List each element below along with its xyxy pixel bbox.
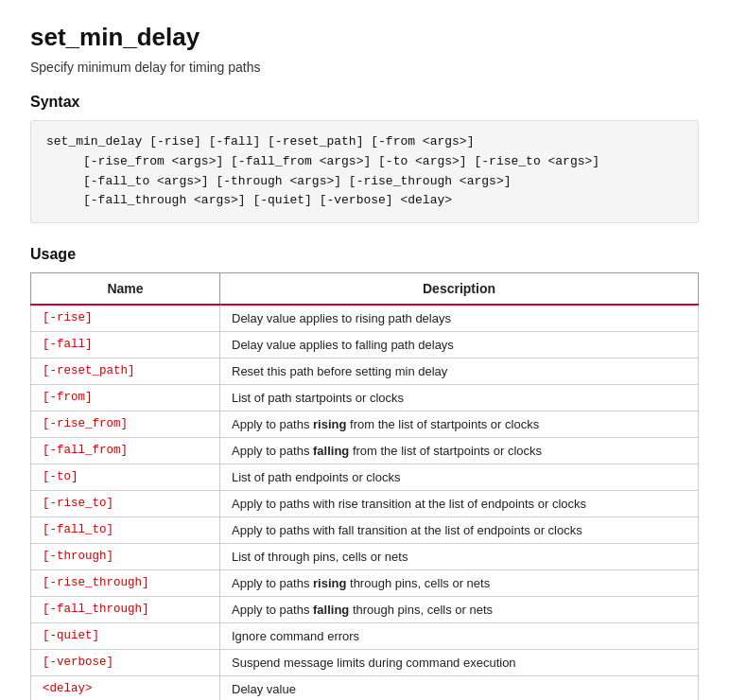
table-cell-desc: Reset this path before setting min delay [220, 359, 699, 385]
table-cell-name: [-rise_to] [31, 491, 220, 517]
table-cell-name: [-rise] [31, 305, 220, 332]
table-cell-desc: Delay value applies to falling path dela… [220, 332, 699, 359]
page-title: set_min_delay [30, 23, 699, 52]
usage-table: Name Description [-rise]Delay value appl… [30, 272, 699, 700]
table-cell-desc: Ignore command errors [220, 623, 699, 650]
table-cell-desc: Apply to paths falling through pins, cel… [220, 597, 699, 623]
table-row: [-fall]Delay value applies to falling pa… [31, 332, 699, 359]
table-cell-desc: Suspend message limits during command ex… [220, 650, 699, 676]
table-cell-name: [-quiet] [31, 623, 220, 650]
table-cell-desc: List of path startpoints or clocks [220, 385, 699, 411]
usage-heading: Usage [30, 246, 699, 263]
table-cell-desc: Apply to paths with rise transition at t… [220, 491, 699, 517]
table-row: [-rise_from]Apply to paths rising from t… [31, 411, 699, 438]
table-cell-name: [-rise_through] [31, 570, 220, 597]
table-row: [-fall_through]Apply to paths falling th… [31, 597, 699, 623]
table-row: [-rise_to]Apply to paths with rise trans… [31, 491, 699, 517]
col-name-header: Name [31, 273, 220, 306]
table-row: [-verbose]Suspend message limits during … [31, 650, 699, 676]
syntax-code: set_min_delay [-rise] [-fall] [-reset_pa… [30, 120, 699, 223]
table-row: [-through]List of through pins, cells or… [31, 544, 699, 570]
table-cell-desc: Delay value applies to rising path delay… [220, 305, 699, 332]
table-row: [-rise]Delay value applies to rising pat… [31, 305, 699, 332]
table-row: [-from]List of path startpoints or clock… [31, 385, 699, 411]
table-cell-desc: Delay value [220, 676, 699, 700]
table-cell-name: [-verbose] [31, 650, 220, 676]
table-cell-name: [-fall] [31, 332, 220, 359]
table-row: [-fall_to]Apply to paths with fall trans… [31, 517, 699, 544]
table-cell-name: [-reset_path] [31, 359, 220, 385]
table-cell-desc: Apply to paths rising from the list of s… [220, 411, 699, 438]
table-cell-name: [-fall_to] [31, 517, 220, 544]
table-cell-desc: Apply to paths with fall transition at t… [220, 517, 699, 544]
table-row: [-quiet]Ignore command errors [31, 623, 699, 650]
table-row: [-reset_path]Reset this path before sett… [31, 359, 699, 385]
table-cell-desc: Apply to paths falling from the list of … [220, 438, 699, 464]
syntax-heading: Syntax [30, 94, 699, 111]
col-desc-header: Description [220, 273, 699, 306]
table-cell-name: <delay> [31, 676, 220, 700]
table-cell-name: [-fall_through] [31, 597, 220, 623]
table-row: [-rise_through]Apply to paths rising thr… [31, 570, 699, 597]
table-cell-name: [-from] [31, 385, 220, 411]
table-cell-desc: List of through pins, cells or nets [220, 544, 699, 570]
table-cell-name: [-rise_from] [31, 411, 220, 438]
table-row: [-fall_from]Apply to paths falling from … [31, 438, 699, 464]
table-cell-name: [-through] [31, 544, 220, 570]
page-subtitle: Specify minimum delay for timing paths [30, 60, 699, 75]
table-cell-name: [-fall_from] [31, 438, 220, 464]
table-row: <delay>Delay value [31, 676, 699, 700]
table-cell-desc: List of path endpoints or clocks [220, 464, 699, 491]
table-cell-desc: Apply to paths rising through pins, cell… [220, 570, 699, 597]
table-row: [-to]List of path endpoints or clocks [31, 464, 699, 491]
table-cell-name: [-to] [31, 464, 220, 491]
